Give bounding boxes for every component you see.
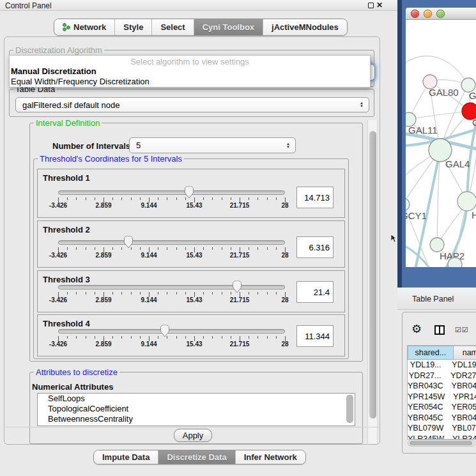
table-row[interactable]: YER054CYER054C <box>408 402 476 413</box>
zoom-light[interactable] <box>436 10 445 18</box>
tab-network[interactable]: Network <box>54 19 115 35</box>
slider-track[interactable] <box>58 329 285 334</box>
slider-thumb[interactable] <box>184 186 194 199</box>
close-icon[interactable]: ✕ <box>376 1 383 10</box>
minor-tick <box>167 247 167 250</box>
attributes-group-label: Attributes to discretize <box>34 367 119 377</box>
table-row[interactable]: YPR145WYPR145W <box>408 392 476 403</box>
tick-label: -3.426 <box>39 296 77 303</box>
table-data-combobox[interactable]: galFiltered.sif default node ▲▼ <box>15 97 369 112</box>
number-of-intervals-combobox[interactable]: 5 ▲▼ <box>129 137 296 153</box>
minor-tick <box>158 197 158 200</box>
minor-tick <box>131 197 132 200</box>
column-header-name[interactable]: name <box>454 346 476 360</box>
float-icon[interactable] <box>368 3 374 8</box>
network-view-canvas[interactable]: GAL80GACGAL11GAL4GCY1HHAP2 <box>406 20 476 267</box>
gear-icon[interactable]: ⚙ <box>411 322 422 336</box>
table-row[interactable]: YBL079WYBL079W <box>408 423 476 434</box>
network-node-hap2[interactable] <box>430 238 444 252</box>
threshold-panel-4: Threshold 4-3.4262.8599.14415.4321.71528… <box>37 314 345 357</box>
tab-label: Impute Data <box>102 452 150 462</box>
cell-shared-name: YBR045C <box>408 413 443 424</box>
numerical-attributes-list[interactable]: SelfLoopsTopologicalCoefficientBetweenne… <box>37 393 355 426</box>
slider-track[interactable] <box>58 190 285 195</box>
network-node-gcy1[interactable] <box>406 198 410 211</box>
minor-tick <box>203 197 204 200</box>
tick-label: -3.426 <box>39 202 77 209</box>
minor-tick <box>231 197 231 200</box>
cell-shared-name: YDL19... <box>408 360 443 371</box>
table-row[interactable]: YLR345WYLR345W <box>408 434 476 440</box>
table-row[interactable]: YBR045CYBR045C <box>408 413 476 424</box>
cell-shared-name: YBR043C <box>408 381 443 392</box>
algorithm-option-manual-discretization[interactable]: Manual Discretization <box>10 66 370 77</box>
tab-label: jActiveMNodules <box>272 22 339 32</box>
threshold-label: Threshold 4 <box>43 319 90 328</box>
minor-tick <box>212 247 213 250</box>
top-tab-bar: NetworkStyleSelectCyni ToolboxjActiveMNo… <box>54 19 348 36</box>
tab-cyni-toolbox[interactable]: Cyni Toolbox <box>194 19 263 35</box>
slider-track[interactable] <box>58 240 285 245</box>
minor-tick <box>67 336 68 339</box>
minor-tick <box>231 336 231 339</box>
stepper-icon: ▲▼ <box>360 102 369 108</box>
minor-tick <box>185 336 186 339</box>
minor-tick <box>131 336 132 339</box>
tab-style[interactable]: Style <box>115 19 152 35</box>
minor-tick <box>121 197 122 200</box>
attribute-item[interactable]: SelfLoops <box>38 394 355 404</box>
minimize-light[interactable] <box>424 10 432 18</box>
tick-label: 15.43 <box>175 296 213 303</box>
algorithm-option-equal-width-frequency-discretization[interactable]: Equal Width/Frequency Discretization <box>10 77 370 87</box>
minor-tick <box>67 197 68 200</box>
table-hscrollbar-thumb[interactable] <box>410 441 472 445</box>
tab-infer-network[interactable]: Infer Network <box>236 450 305 464</box>
minor-tick <box>86 247 86 250</box>
minor-tick <box>267 247 268 250</box>
cell-shared-name: YDR27... <box>408 371 442 381</box>
slider-track[interactable] <box>58 285 285 289</box>
minor-tick <box>140 292 141 295</box>
slider-thumb[interactable] <box>123 236 134 249</box>
minor-tick <box>86 336 86 339</box>
attribute-item[interactable]: BetweennessCentrality <box>38 414 355 424</box>
tab-impute-data[interactable]: Impute Data <box>94 450 158 464</box>
tick-label: 2.859 <box>84 252 123 259</box>
list-scrollbar-thumb[interactable] <box>346 395 353 423</box>
minor-tick <box>276 336 277 339</box>
tab-select[interactable]: Select <box>152 19 194 35</box>
node-label: GAL80 <box>429 87 459 98</box>
tick-label: 15.43 <box>175 341 213 348</box>
slider-thumb[interactable] <box>160 325 170 337</box>
close-light[interactable] <box>411 10 419 18</box>
tab-discretize-data[interactable]: Discretize Data <box>158 450 235 464</box>
slider-thumb[interactable] <box>232 280 242 293</box>
cell-name: YPR145W <box>445 392 476 403</box>
split-columns-icon[interactable] <box>434 325 445 335</box>
threshold-value-field[interactable]: 6.316 <box>296 236 334 258</box>
threshold-panel-3: Threshold 3-3.4262.8599.14415.4321.71528… <box>37 270 345 312</box>
node-table[interactable]: shared... name YDL19...YDL19...YDR27...Y… <box>407 345 476 440</box>
threshold-panel-2: Threshold 2-3.4262.8599.14415.4321.71528… <box>37 220 345 268</box>
table-hscrollbar-track[interactable] <box>408 440 475 447</box>
minor-tick <box>76 247 77 250</box>
tab-label: Style <box>123 22 143 32</box>
minor-tick <box>76 197 77 200</box>
threshold-value-field[interactable]: 14.713 <box>296 187 334 208</box>
control-panel-scrollbar-thumb[interactable] <box>369 131 376 418</box>
tab-jactivemnodules[interactable]: jActiveMNodules <box>263 19 347 35</box>
minor-tick <box>112 247 113 250</box>
table-row[interactable]: YDL19...YDL19... <box>408 360 476 371</box>
network-node-h[interactable] <box>457 192 476 211</box>
apply-button[interactable]: Apply <box>174 429 212 442</box>
threshold-value-field[interactable]: 21.4 <box>296 281 334 303</box>
table-row[interactable]: YDR27...YDR27... <box>408 371 476 381</box>
checkbox-checked-icon[interactable]: ☑☑ <box>455 326 469 334</box>
table-row[interactable]: YBR043CYBR043C <box>408 381 476 392</box>
number-of-intervals-value: 5 <box>130 141 286 150</box>
threshold-value-field[interactable]: 11.344 <box>296 325 334 347</box>
attribute-item[interactable]: TopologicalCoefficient <box>38 404 355 414</box>
minor-tick <box>176 247 177 250</box>
column-header-shared-name[interactable]: shared... <box>408 346 454 360</box>
minor-tick <box>140 247 141 250</box>
